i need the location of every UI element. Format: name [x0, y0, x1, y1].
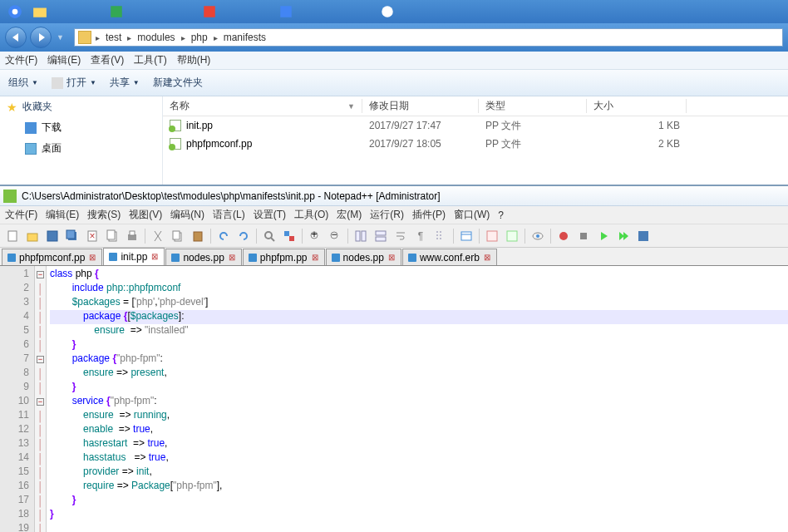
code-line[interactable]: package {[$packages]:: [50, 310, 788, 324]
code-line[interactable]: class php {: [50, 268, 788, 282]
wrap-icon[interactable]: [392, 227, 410, 245]
save-all-icon[interactable]: [63, 227, 81, 245]
task-icon-browser[interactable]: [3, 2, 27, 21]
npp-menu-window[interactable]: 窗口(W): [454, 208, 490, 222]
close-tab-icon[interactable]: ⊠: [483, 254, 491, 262]
menu-file[interactable]: 文件(F): [5, 53, 37, 67]
file-row[interactable]: phpfpmconf.pp2017/9/27 18:05PP 文件2 KB: [163, 135, 788, 153]
save-icon[interactable]: [43, 227, 62, 245]
npp-menu-run[interactable]: 运行(R): [370, 208, 404, 222]
code-line[interactable]: require => Package["php-fpm"],: [50, 480, 788, 494]
newfolder-button[interactable]: 新建文件夹: [153, 76, 203, 90]
print-icon[interactable]: [123, 227, 141, 245]
menu-tools[interactable]: 工具(T): [134, 53, 166, 67]
code-line[interactable]: ensure => "installed": [50, 324, 788, 338]
breadcrumb[interactable]: ▸ test ▸ modules ▸ php ▸ manifests: [74, 28, 783, 47]
close-tab-icon[interactable]: ⊠: [150, 253, 159, 261]
code-line[interactable]: [50, 522, 788, 532]
sidebar-desktop[interactable]: 桌面: [0, 138, 162, 159]
fold-toggle-icon[interactable]: −: [37, 271, 44, 278]
editor-tab[interactable]: phpfpm.pp⊠: [243, 249, 325, 265]
npp-menu-file[interactable]: 文件(F): [5, 208, 37, 222]
open-button[interactable]: 打开 ▼: [52, 76, 96, 90]
close-tab-icon[interactable]: ⊠: [311, 254, 319, 262]
code-area[interactable]: class php { include php::phpfpmconf $pac…: [47, 266, 788, 532]
code-line[interactable]: hasstatus => true,: [50, 451, 788, 466]
menu-edit[interactable]: 编辑(E): [47, 53, 81, 67]
code-line[interactable]: enable => true,: [50, 423, 788, 437]
breadcrumb-item[interactable]: test: [104, 32, 123, 43]
col-size[interactable]: 大小: [587, 99, 687, 113]
func-list-icon[interactable]: [483, 227, 501, 245]
copy-icon[interactable]: [169, 227, 187, 245]
paste-icon[interactable]: [189, 227, 207, 245]
zoom-out-icon[interactable]: −: [326, 227, 344, 245]
npp-menu-edit[interactable]: 编辑(E): [46, 208, 79, 222]
organize-button[interactable]: 组织 ▼: [8, 76, 38, 90]
play-icon[interactable]: [594, 227, 613, 245]
npp-menu-view[interactable]: 视图(V): [129, 208, 162, 222]
back-button[interactable]: [5, 27, 27, 48]
npp-menu-tools[interactable]: 工具(O): [294, 208, 328, 222]
code-line[interactable]: hasrestart => true,: [50, 437, 788, 451]
menu-help[interactable]: 帮助(H): [177, 53, 211, 67]
breadcrumb-item[interactable]: modules: [135, 32, 176, 43]
npp-menu-encoding[interactable]: 编码(N): [170, 208, 204, 222]
close-tab-icon[interactable]: ⊠: [88, 254, 96, 262]
show-all-icon[interactable]: ¶: [411, 227, 430, 245]
code-line[interactable]: }: [50, 508, 788, 522]
new-file-icon[interactable]: [3, 227, 22, 245]
code-line[interactable]: provider => init,: [50, 466, 788, 480]
npp-menu-plugins[interactable]: 插件(P): [412, 208, 446, 222]
code-line[interactable]: service {"php-fpm":: [50, 395, 788, 409]
editor-tab[interactable]: nodes.pp⊠: [326, 249, 401, 265]
npp-menu-help[interactable]: ?: [498, 209, 504, 221]
folder-tree-icon[interactable]: [503, 227, 521, 245]
record-icon[interactable]: [554, 227, 573, 245]
zoom-in-icon[interactable]: +: [306, 227, 324, 245]
close-tab-icon[interactable]: ⊠: [387, 254, 396, 262]
cut-icon[interactable]: [149, 227, 167, 245]
code-line[interactable]: package {"php-fpm":: [50, 352, 788, 367]
replace-icon[interactable]: [280, 227, 298, 245]
code-line[interactable]: }: [50, 381, 788, 395]
close-icon[interactable]: ×: [83, 227, 101, 245]
task-icon-app4[interactable]: [376, 2, 399, 21]
editor-tab[interactable]: nodes.pp⊠: [165, 249, 241, 265]
menu-view[interactable]: 查看(V): [91, 53, 124, 67]
lang-icon[interactable]: [457, 227, 475, 245]
code-line[interactable]: ensure => present,: [50, 367, 788, 381]
task-icon-app2[interactable]: [198, 2, 221, 21]
sidebar-downloads[interactable]: 下载: [0, 117, 162, 138]
code-line[interactable]: include php::phpfpmconf: [50, 282, 788, 296]
redo-icon[interactable]: [234, 227, 253, 245]
npp-menu-search[interactable]: 搜索(S): [87, 208, 121, 222]
npp-menu-lang[interactable]: 语言(L): [213, 208, 245, 222]
col-name[interactable]: 名称▼: [163, 99, 362, 113]
fold-toggle-icon[interactable]: −: [37, 398, 44, 406]
col-date[interactable]: 修改日期: [362, 99, 479, 113]
file-row[interactable]: init.pp2017/9/27 17:47PP 文件1 KB: [163, 116, 788, 135]
editor-tab[interactable]: init.pp⊠: [103, 248, 165, 265]
play-multi-icon[interactable]: [614, 227, 633, 245]
editor-tab[interactable]: www.conf.erb⊠: [402, 249, 497, 265]
find-icon[interactable]: [260, 227, 278, 245]
task-icon-folder[interactable]: [28, 2, 52, 21]
monitor-icon[interactable]: [529, 227, 547, 245]
open-file-icon[interactable]: [23, 227, 42, 245]
code-line[interactable]: $packages = ['php','php-devel']: [50, 296, 788, 310]
breadcrumb-item[interactable]: manifests: [222, 32, 268, 43]
sidebar-favorites[interactable]: ★收藏夹: [0, 96, 162, 117]
task-icon-app3[interactable]: [274, 2, 298, 21]
code-line[interactable]: }: [50, 338, 788, 352]
indent-guide-icon[interactable]: [431, 227, 450, 245]
undo-icon[interactable]: [214, 227, 233, 245]
npp-menu-settings[interactable]: 设置(T): [254, 208, 286, 222]
save-macro-icon[interactable]: [634, 227, 653, 245]
sync-h-icon[interactable]: [372, 227, 390, 245]
dropdown-icon[interactable]: ▼: [57, 33, 64, 42]
share-button[interactable]: 共享 ▼: [110, 76, 140, 90]
npp-menu-macro[interactable]: 宏(M): [337, 208, 362, 222]
editor-tab[interactable]: phpfpmconf.pp⊠: [2, 249, 102, 265]
col-type[interactable]: 类型: [479, 99, 587, 113]
